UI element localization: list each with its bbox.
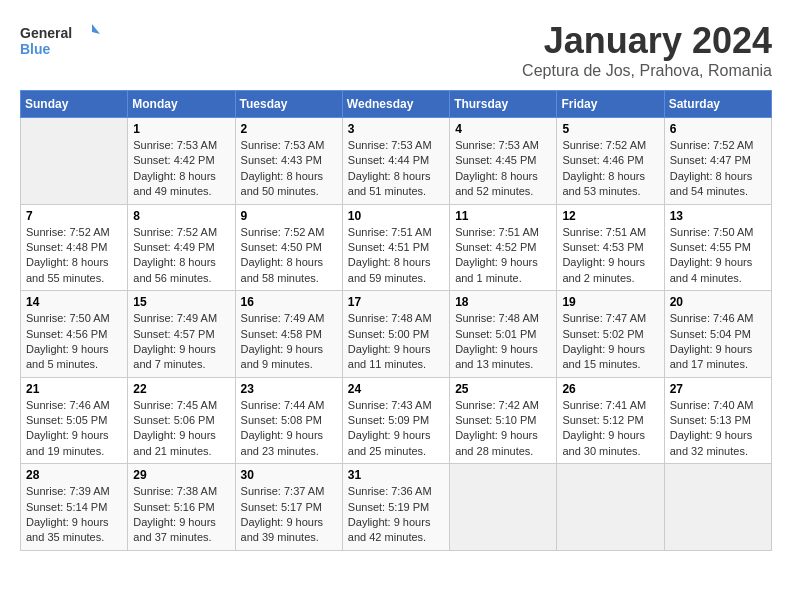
calendar-cell — [557, 464, 664, 551]
day-info: Sunrise: 7:52 AMSunset: 4:46 PMDaylight:… — [562, 138, 658, 200]
day-number: 30 — [241, 468, 337, 482]
day-number: 12 — [562, 209, 658, 223]
day-info: Sunrise: 7:53 AMSunset: 4:42 PMDaylight:… — [133, 138, 229, 200]
day-info: Sunrise: 7:36 AMSunset: 5:19 PMDaylight:… — [348, 484, 444, 546]
day-info: Sunrise: 7:49 AMSunset: 4:58 PMDaylight:… — [241, 311, 337, 373]
header-cell-monday: Monday — [128, 91, 235, 118]
calendar-cell: 10Sunrise: 7:51 AMSunset: 4:51 PMDayligh… — [342, 204, 449, 291]
header-cell-sunday: Sunday — [21, 91, 128, 118]
calendar-header: SundayMondayTuesdayWednesdayThursdayFrid… — [21, 91, 772, 118]
day-info: Sunrise: 7:41 AMSunset: 5:12 PMDaylight:… — [562, 398, 658, 460]
day-number: 4 — [455, 122, 551, 136]
day-number: 7 — [26, 209, 122, 223]
calendar-body: 1Sunrise: 7:53 AMSunset: 4:42 PMDaylight… — [21, 118, 772, 551]
calendar-cell: 15Sunrise: 7:49 AMSunset: 4:57 PMDayligh… — [128, 291, 235, 378]
calendar-cell: 5Sunrise: 7:52 AMSunset: 4:46 PMDaylight… — [557, 118, 664, 205]
calendar-cell: 3Sunrise: 7:53 AMSunset: 4:44 PMDaylight… — [342, 118, 449, 205]
calendar-subtitle: Ceptura de Jos, Prahova, Romania — [522, 62, 772, 80]
week-row-3: 21Sunrise: 7:46 AMSunset: 5:05 PMDayligh… — [21, 377, 772, 464]
day-number: 29 — [133, 468, 229, 482]
calendar-cell: 7Sunrise: 7:52 AMSunset: 4:48 PMDaylight… — [21, 204, 128, 291]
calendar-cell: 27Sunrise: 7:40 AMSunset: 5:13 PMDayligh… — [664, 377, 771, 464]
calendar-cell: 11Sunrise: 7:51 AMSunset: 4:52 PMDayligh… — [450, 204, 557, 291]
day-info: Sunrise: 7:48 AMSunset: 5:01 PMDaylight:… — [455, 311, 551, 373]
day-number: 17 — [348, 295, 444, 309]
day-number: 5 — [562, 122, 658, 136]
logo: General Blue — [20, 20, 100, 62]
day-number: 27 — [670, 382, 766, 396]
day-number: 9 — [241, 209, 337, 223]
week-row-1: 7Sunrise: 7:52 AMSunset: 4:48 PMDaylight… — [21, 204, 772, 291]
calendar-cell: 28Sunrise: 7:39 AMSunset: 5:14 PMDayligh… — [21, 464, 128, 551]
svg-text:Blue: Blue — [20, 41, 51, 57]
day-info: Sunrise: 7:52 AMSunset: 4:50 PMDaylight:… — [241, 225, 337, 287]
day-info: Sunrise: 7:45 AMSunset: 5:06 PMDaylight:… — [133, 398, 229, 460]
day-info: Sunrise: 7:42 AMSunset: 5:10 PMDaylight:… — [455, 398, 551, 460]
day-number: 10 — [348, 209, 444, 223]
calendar-cell — [21, 118, 128, 205]
day-number: 3 — [348, 122, 444, 136]
calendar-cell: 22Sunrise: 7:45 AMSunset: 5:06 PMDayligh… — [128, 377, 235, 464]
day-info: Sunrise: 7:53 AMSunset: 4:45 PMDaylight:… — [455, 138, 551, 200]
week-row-2: 14Sunrise: 7:50 AMSunset: 4:56 PMDayligh… — [21, 291, 772, 378]
day-info: Sunrise: 7:51 AMSunset: 4:52 PMDaylight:… — [455, 225, 551, 287]
calendar-cell: 9Sunrise: 7:52 AMSunset: 4:50 PMDaylight… — [235, 204, 342, 291]
header-cell-friday: Friday — [557, 91, 664, 118]
calendar-cell — [450, 464, 557, 551]
page-header: General Blue January 2024 Ceptura de Jos… — [20, 20, 772, 80]
svg-marker-2 — [92, 24, 100, 34]
calendar-cell: 4Sunrise: 7:53 AMSunset: 4:45 PMDaylight… — [450, 118, 557, 205]
day-number: 11 — [455, 209, 551, 223]
day-info: Sunrise: 7:39 AMSunset: 5:14 PMDaylight:… — [26, 484, 122, 546]
day-number: 22 — [133, 382, 229, 396]
day-number: 2 — [241, 122, 337, 136]
day-number: 19 — [562, 295, 658, 309]
header-cell-saturday: Saturday — [664, 91, 771, 118]
header-row: SundayMondayTuesdayWednesdayThursdayFrid… — [21, 91, 772, 118]
day-number: 20 — [670, 295, 766, 309]
svg-text:General: General — [20, 25, 72, 41]
day-info: Sunrise: 7:40 AMSunset: 5:13 PMDaylight:… — [670, 398, 766, 460]
calendar-cell: 23Sunrise: 7:44 AMSunset: 5:08 PMDayligh… — [235, 377, 342, 464]
calendar-cell: 31Sunrise: 7:36 AMSunset: 5:19 PMDayligh… — [342, 464, 449, 551]
day-number: 28 — [26, 468, 122, 482]
day-number: 26 — [562, 382, 658, 396]
day-number: 31 — [348, 468, 444, 482]
calendar-cell: 8Sunrise: 7:52 AMSunset: 4:49 PMDaylight… — [128, 204, 235, 291]
day-info: Sunrise: 7:49 AMSunset: 4:57 PMDaylight:… — [133, 311, 229, 373]
calendar-title: January 2024 — [522, 20, 772, 62]
calendar-cell: 2Sunrise: 7:53 AMSunset: 4:43 PMDaylight… — [235, 118, 342, 205]
day-info: Sunrise: 7:50 AMSunset: 4:56 PMDaylight:… — [26, 311, 122, 373]
day-number: 6 — [670, 122, 766, 136]
calendar-cell: 13Sunrise: 7:50 AMSunset: 4:55 PMDayligh… — [664, 204, 771, 291]
day-info: Sunrise: 7:52 AMSunset: 4:47 PMDaylight:… — [670, 138, 766, 200]
day-info: Sunrise: 7:46 AMSunset: 5:04 PMDaylight:… — [670, 311, 766, 373]
header-cell-wednesday: Wednesday — [342, 91, 449, 118]
day-info: Sunrise: 7:53 AMSunset: 4:43 PMDaylight:… — [241, 138, 337, 200]
day-info: Sunrise: 7:47 AMSunset: 5:02 PMDaylight:… — [562, 311, 658, 373]
calendar-cell: 30Sunrise: 7:37 AMSunset: 5:17 PMDayligh… — [235, 464, 342, 551]
calendar-cell: 14Sunrise: 7:50 AMSunset: 4:56 PMDayligh… — [21, 291, 128, 378]
calendar-cell: 24Sunrise: 7:43 AMSunset: 5:09 PMDayligh… — [342, 377, 449, 464]
day-info: Sunrise: 7:51 AMSunset: 4:51 PMDaylight:… — [348, 225, 444, 287]
day-info: Sunrise: 7:53 AMSunset: 4:44 PMDaylight:… — [348, 138, 444, 200]
calendar-cell: 1Sunrise: 7:53 AMSunset: 4:42 PMDaylight… — [128, 118, 235, 205]
day-info: Sunrise: 7:51 AMSunset: 4:53 PMDaylight:… — [562, 225, 658, 287]
calendar-cell: 16Sunrise: 7:49 AMSunset: 4:58 PMDayligh… — [235, 291, 342, 378]
calendar-cell: 29Sunrise: 7:38 AMSunset: 5:16 PMDayligh… — [128, 464, 235, 551]
calendar-cell: 19Sunrise: 7:47 AMSunset: 5:02 PMDayligh… — [557, 291, 664, 378]
day-info: Sunrise: 7:48 AMSunset: 5:00 PMDaylight:… — [348, 311, 444, 373]
day-number: 25 — [455, 382, 551, 396]
calendar-cell: 25Sunrise: 7:42 AMSunset: 5:10 PMDayligh… — [450, 377, 557, 464]
calendar-cell: 17Sunrise: 7:48 AMSunset: 5:00 PMDayligh… — [342, 291, 449, 378]
day-number: 24 — [348, 382, 444, 396]
calendar-cell: 12Sunrise: 7:51 AMSunset: 4:53 PMDayligh… — [557, 204, 664, 291]
week-row-0: 1Sunrise: 7:53 AMSunset: 4:42 PMDaylight… — [21, 118, 772, 205]
day-info: Sunrise: 7:52 AMSunset: 4:48 PMDaylight:… — [26, 225, 122, 287]
day-number: 15 — [133, 295, 229, 309]
calendar-cell — [664, 464, 771, 551]
day-info: Sunrise: 7:50 AMSunset: 4:55 PMDaylight:… — [670, 225, 766, 287]
day-number: 1 — [133, 122, 229, 136]
week-row-4: 28Sunrise: 7:39 AMSunset: 5:14 PMDayligh… — [21, 464, 772, 551]
header-cell-tuesday: Tuesday — [235, 91, 342, 118]
